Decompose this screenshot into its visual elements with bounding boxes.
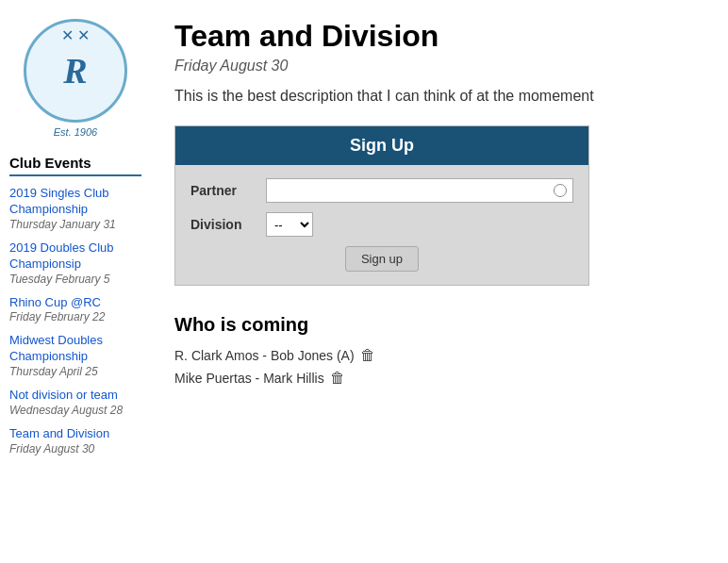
event-item-rhino-cup: Rhino Cup @RCFriday February 22 xyxy=(9,295,141,324)
sidebar: ✕ ✕ R Est. 1906 Club Events 2019 Singles… xyxy=(9,9,156,465)
event-item-team-division: Team and DivisionFriday August 30 xyxy=(9,426,141,455)
event-item-not-division: Not division or teamWednesday August 28 xyxy=(9,388,141,417)
delete-attendee-icon-attendee-2[interactable]: 🗑 xyxy=(330,370,345,387)
event-date-not-division: Wednesday August 28 xyxy=(9,404,141,417)
division-label: Division xyxy=(190,217,266,232)
attendees-list: R. Clark Amos - Bob Jones (A)🗑Mike Puert… xyxy=(174,347,700,387)
signup-btn-row: Sign up xyxy=(190,246,573,272)
main-content: Team and Division Friday August 30 This … xyxy=(156,9,719,465)
signup-form: Partner Division --ABC Sign up xyxy=(175,165,588,285)
logo-est: Est. 1906 xyxy=(9,126,141,138)
signup-box: Sign Up Partner Division --ABC Sign up xyxy=(174,125,589,286)
event-date-midwest-doubles: Thursday April 25 xyxy=(9,365,141,378)
logo-area: ✕ ✕ R Est. 1906 xyxy=(9,19,141,138)
attendee-item-attendee-1: R. Clark Amos - Bob Jones (A)🗑 xyxy=(174,347,700,364)
delete-attendee-icon-attendee-1[interactable]: 🗑 xyxy=(360,347,375,364)
logo-letter: R xyxy=(63,50,87,91)
club-logo: ✕ ✕ R xyxy=(24,19,127,123)
event-date-rhino-cup: Friday February 22 xyxy=(9,310,141,323)
club-events-title: Club Events xyxy=(9,155,141,176)
partner-label: Partner xyxy=(190,183,266,198)
event-link-team-division[interactable]: Team and Division xyxy=(9,426,141,442)
partner-input-circle xyxy=(554,184,567,197)
event-link-not-division[interactable]: Not division or team xyxy=(9,388,141,404)
page-subtitle: Friday August 30 xyxy=(174,58,700,75)
division-select[interactable]: --ABC xyxy=(266,212,313,237)
logo-decoration: ✕ ✕ xyxy=(61,26,90,44)
signup-button[interactable]: Sign up xyxy=(345,246,419,272)
event-link-midwest-doubles[interactable]: Midwest Doubles Championship xyxy=(9,333,141,365)
division-select-wrapper: --ABC xyxy=(266,212,313,237)
event-item-midwest-doubles: Midwest Doubles ChampionshipThursday Apr… xyxy=(9,333,141,378)
attendee-text-attendee-1: R. Clark Amos - Bob Jones (A) xyxy=(174,348,355,363)
attendee-item-attendee-2: Mike Puertas - Mark Hillis🗑 xyxy=(174,370,700,387)
event-date-doubles-2019: Tuesday February 5 xyxy=(9,273,141,286)
event-date-singles-2019: Thursday January 31 xyxy=(9,218,141,231)
event-item-singles-2019: 2019 Singles Club ChampionshipThursday J… xyxy=(9,186,141,231)
signup-header: Sign Up xyxy=(175,126,588,165)
event-link-singles-2019[interactable]: 2019 Singles Club Championship xyxy=(9,186,141,218)
attendee-text-attendee-2: Mike Puertas - Mark Hillis xyxy=(174,371,324,386)
event-item-doubles-2019: 2019 Doubles Club ChampionsipTuesday Feb… xyxy=(9,240,141,286)
event-link-rhino-cup[interactable]: Rhino Cup @RC xyxy=(9,295,141,311)
partner-row: Partner xyxy=(190,178,573,203)
event-link-doubles-2019[interactable]: 2019 Doubles Club Championsip xyxy=(9,240,141,273)
events-list: 2019 Singles Club ChampionshipThursday J… xyxy=(9,186,141,455)
division-row: Division --ABC xyxy=(190,212,573,237)
event-date-team-division: Friday August 30 xyxy=(9,442,141,455)
who-coming-title: Who is coming xyxy=(174,314,700,336)
page-title: Team and Division xyxy=(174,19,700,54)
partner-input[interactable] xyxy=(266,178,573,203)
page-description: This is the best description that I can … xyxy=(174,88,700,105)
